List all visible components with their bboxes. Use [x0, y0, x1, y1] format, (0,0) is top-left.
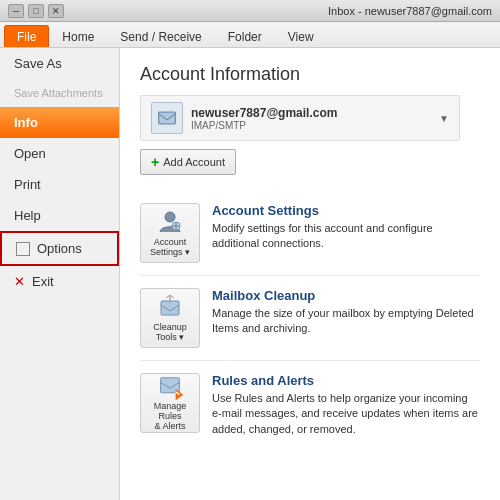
- rules-alerts-icon-label: Manage Rules& Alerts: [141, 402, 199, 432]
- mailbox-cleanup-icon-box[interactable]: CleanupTools ▾: [140, 288, 200, 348]
- sidebar-item-open[interactable]: Open: [0, 138, 119, 169]
- account-settings-text: Account Settings Modify settings for thi…: [212, 203, 480, 252]
- tab-home[interactable]: Home: [49, 25, 107, 47]
- tab-view[interactable]: View: [275, 25, 327, 47]
- svg-rect-3: [161, 301, 179, 315]
- mailbox-cleanup-text: Mailbox Cleanup Manage the size of your …: [212, 288, 480, 337]
- rules-alerts-text: Rules and Alerts Use Rules and Alerts to…: [212, 373, 480, 437]
- title-bar-icons: ─ □ ✕: [8, 4, 64, 18]
- maximize-icon[interactable]: □: [28, 4, 44, 18]
- chevron-down-icon: ▼: [439, 113, 449, 124]
- options-icon: [16, 242, 30, 256]
- sidebar-item-info[interactable]: Info: [0, 107, 119, 138]
- plus-icon: +: [151, 154, 159, 170]
- svg-rect-0: [159, 112, 176, 124]
- account-info-box[interactable]: newuser7887@gmail.com IMAP/SMTP ▼: [140, 95, 460, 141]
- sidebar-item-options[interactable]: Options: [0, 231, 119, 266]
- action-item-account-settings: AccountSettings ▾ Account Settings Modif…: [140, 191, 480, 276]
- account-settings-icon-label: AccountSettings ▾: [150, 238, 190, 258]
- tab-folder[interactable]: Folder: [215, 25, 275, 47]
- account-settings-desc: Modify settings for this account and con…: [212, 221, 480, 252]
- mailbox-cleanup-title: Mailbox Cleanup: [212, 288, 480, 303]
- sidebar: Save As Save Attachments Info Open Print…: [0, 48, 120, 500]
- account-details: newuser7887@gmail.com IMAP/SMTP: [191, 106, 337, 131]
- action-item-rules-alerts: Manage Rules& Alerts Rules and Alerts Us…: [140, 361, 480, 449]
- content-area: Account Information newuser7887@gmail.co…: [120, 48, 500, 500]
- rules-alerts-icon-box[interactable]: Manage Rules& Alerts: [140, 373, 200, 433]
- close-icon[interactable]: ✕: [48, 4, 64, 18]
- exit-icon: ✕: [14, 274, 25, 289]
- add-account-button[interactable]: + Add Account: [140, 149, 236, 175]
- action-item-mailbox-cleanup: CleanupTools ▾ Mailbox Cleanup Manage th…: [140, 276, 480, 361]
- rules-alerts-desc: Use Rules and Alerts to help organize yo…: [212, 391, 480, 437]
- sidebar-item-exit[interactable]: ✕ Exit: [0, 266, 119, 297]
- account-icon: [151, 102, 183, 134]
- svg-point-1: [165, 212, 175, 222]
- sidebar-item-save-as[interactable]: Save As: [0, 48, 119, 79]
- account-settings-title: Account Settings: [212, 203, 480, 218]
- page-title: Account Information: [140, 64, 480, 85]
- account-settings-icon-box[interactable]: AccountSettings ▾: [140, 203, 200, 263]
- sidebar-item-save-attachments[interactable]: Save Attachments: [0, 79, 119, 107]
- account-email: newuser7887@gmail.com: [191, 106, 337, 120]
- sidebar-item-print[interactable]: Print: [0, 169, 119, 200]
- rules-alerts-title: Rules and Alerts: [212, 373, 480, 388]
- main-layout: Save As Save Attachments Info Open Print…: [0, 48, 500, 500]
- ribbon-tabs: File Home Send / Receive Folder View: [0, 22, 500, 48]
- minimize-icon[interactable]: ─: [8, 4, 24, 18]
- tab-file[interactable]: File: [4, 25, 49, 47]
- account-type: IMAP/SMTP: [191, 120, 337, 131]
- title-bar: ─ □ ✕ Inbox - newuser7887@gmail.com: [0, 0, 500, 22]
- mailbox-cleanup-icon-label: CleanupTools ▾: [153, 323, 187, 343]
- sidebar-item-help[interactable]: Help: [0, 200, 119, 231]
- tab-send-receive[interactable]: Send / Receive: [107, 25, 214, 47]
- title-bar-text: Inbox - newuser7887@gmail.com: [328, 5, 492, 17]
- mailbox-cleanup-desc: Manage the size of your mailbox by empty…: [212, 306, 480, 337]
- add-account-label: Add Account: [163, 156, 225, 168]
